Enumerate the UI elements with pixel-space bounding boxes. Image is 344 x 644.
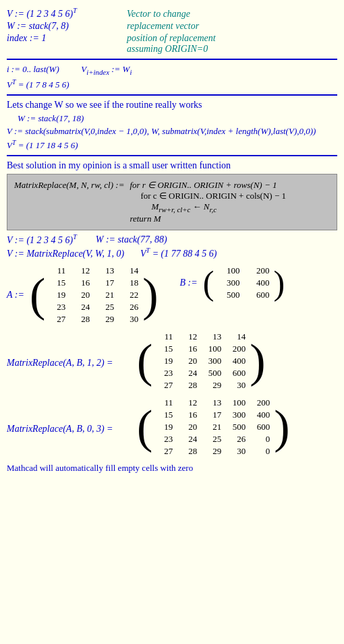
- b-bracket-right: ): [273, 269, 285, 298]
- index-label-col: position of replacement assuming ORIGIN=…: [127, 33, 216, 55]
- a-matrix-container: ( 11121314 15161718 19202122 23242526 27…: [30, 265, 159, 325]
- mr-ab03-row: MatrixReplace(A, B, 0, 3) = ( 1112131002…: [7, 397, 337, 457]
- ab-matrices-row: A := ( 11121314 15161718 19202122 232425…: [7, 265, 337, 325]
- index-label1: position of replacement: [127, 33, 216, 44]
- vt-result-1: VT = (1 7 8 4 5 6): [7, 77, 337, 90]
- b-label: B :=: [180, 278, 198, 288]
- b-bracket-left: (: [203, 269, 214, 298]
- b-matrix-block: B := ( 100200 300400 500600 ): [180, 265, 285, 301]
- w-new-text: W := stack(17, 18): [18, 113, 84, 123]
- divider-2: [7, 94, 337, 96]
- mr-ab12-result-container: ( 11121314 1516100200 1920300400 2324500…: [137, 331, 266, 391]
- v-mr-call: V := MatrixReplace(V, W, 1, 0): [7, 249, 124, 259]
- best-text: Best solution in my opinion is a small u…: [7, 160, 231, 170]
- index-definition-row: index := 1 position of replacement assum…: [7, 33, 337, 55]
- a-matrix-grid: 11121314 15161718 19202122 23242526 2728…: [48, 265, 140, 325]
- a-matrix-block: A := ( 11121314 15161718 19202122 232425…: [7, 265, 159, 325]
- a-bracket-right: ): [142, 275, 158, 315]
- v-label: Vector to change: [127, 9, 190, 20]
- w-def-text: W := stack(7, 8): [7, 21, 69, 31]
- divider-3: [7, 155, 337, 156]
- w-definition: W := stack(7, 8): [7, 21, 121, 32]
- mr03-bracket-right: ): [274, 407, 289, 447]
- best-solution-text: Best solution in my opinion is a small u…: [7, 160, 337, 171]
- w-definition-row: W := stack(7, 8) replacement vector: [7, 21, 337, 32]
- change-text: Lets change W so we see if the routine r…: [7, 100, 202, 110]
- mr12-bracket-right: ): [250, 341, 265, 381]
- function-definition-box: MatrixReplace(M, N, rw, cl) := for r ∈ O…: [7, 174, 337, 230]
- change-w-text: Lets change W so we see if the routine r…: [7, 100, 337, 110]
- v-def-text: V := (1 2 3 4 5 6)T: [7, 9, 77, 19]
- v3-def: V := (1 2 3 4 5 6)T: [7, 233, 77, 246]
- func-head-text: MatrixReplace(M, N, rw, cl) :=: [14, 180, 124, 191]
- vt2-text: VT = (1 17 18 4 5 6): [7, 140, 78, 150]
- a-label: A :=: [7, 290, 24, 300]
- index-label2: assuming ORIGIN=0: [127, 44, 216, 55]
- for-r-line: for r ∈ ORIGIN.. ORIGIN + rows(N) − 1: [130, 180, 286, 191]
- divider-1: [7, 59, 337, 60]
- v-definition-row: V := (1 2 3 4 5 6)T Vector to change: [7, 7, 337, 20]
- bottom-note: Mathcad will automatically fill empty ce…: [7, 463, 337, 474]
- v-stack-line: V := stack(submatrix(V,0,index − 1,0,0),…: [7, 126, 337, 137]
- loop-line: i := 0.. last(W) Vi+index := Wi: [7, 64, 337, 76]
- vt1-text: VT = (1 7 8 4 5 6): [7, 79, 69, 90]
- mr-ab03-grid: 111213100200 151617300400 192021500600 2…: [155, 397, 271, 457]
- v-stack-text: V := stack(submatrix(V,0,index − 1,0,0),…: [7, 126, 316, 136]
- v-mr-call-row: V := MatrixReplace(V, W, 1, 0) VT = (1 7…: [7, 247, 337, 259]
- vt3-result: VT = (1 77 88 4 5 6): [140, 247, 217, 259]
- w-new-line: W := stack(17, 18): [18, 113, 337, 124]
- index-def-text: index := 1: [7, 33, 46, 43]
- mr-ab12-head: MatrixReplace(A, B, 1, 2) =: [7, 331, 132, 368]
- w3-def: W := stack(77, 88): [96, 234, 167, 245]
- func-body: for r ∈ ORIGIN.. ORIGIN + rows(N) − 1 fo…: [130, 180, 286, 224]
- v3-w3-row: V := (1 2 3 4 5 6)T W := stack(77, 88): [7, 233, 337, 246]
- b-matrix-container: ( 100200 300400 500600 ): [203, 265, 285, 301]
- b-matrix-grid: 100200 300400 500600: [217, 265, 270, 301]
- m-sub: Mrw+r, cl+c ← Nr,c: [151, 201, 217, 212]
- assign-line: Mrw+r, cl+c ← Nr,c: [151, 201, 286, 214]
- for-c-line: for c ∈ ORIGIN.. ORIGIN + cols(N) − 1: [140, 191, 286, 201]
- mr-ab03-result-container: ( 111213100200 151617300400 192021500600…: [137, 397, 290, 457]
- mr12-bracket-left: (: [137, 341, 152, 381]
- mr03-bracket-left: (: [137, 407, 152, 447]
- w-label: replacement vector: [127, 21, 199, 32]
- mr-ab03-head: MatrixReplace(A, B, 0, 3) =: [7, 397, 132, 434]
- return-line: return M: [130, 214, 286, 224]
- index-definition: index := 1: [7, 33, 121, 44]
- a-bracket-left: (: [30, 275, 45, 315]
- loop-i-text: i := 0.. last(W) Vi+index := Wi: [7, 64, 132, 74]
- func-head-row: MatrixReplace(M, N, rw, cl) := for r ∈ O…: [14, 180, 330, 224]
- vt-result-2: VT = (1 17 18 4 5 6): [7, 139, 337, 151]
- v-definition: V := (1 2 3 4 5 6)T: [7, 7, 121, 20]
- mr-ab12-row: MatrixReplace(A, B, 1, 2) = ( 11121314 1…: [7, 331, 337, 391]
- mr-ab12-grid: 11121314 1516100200 1920300400 232450060…: [155, 331, 247, 391]
